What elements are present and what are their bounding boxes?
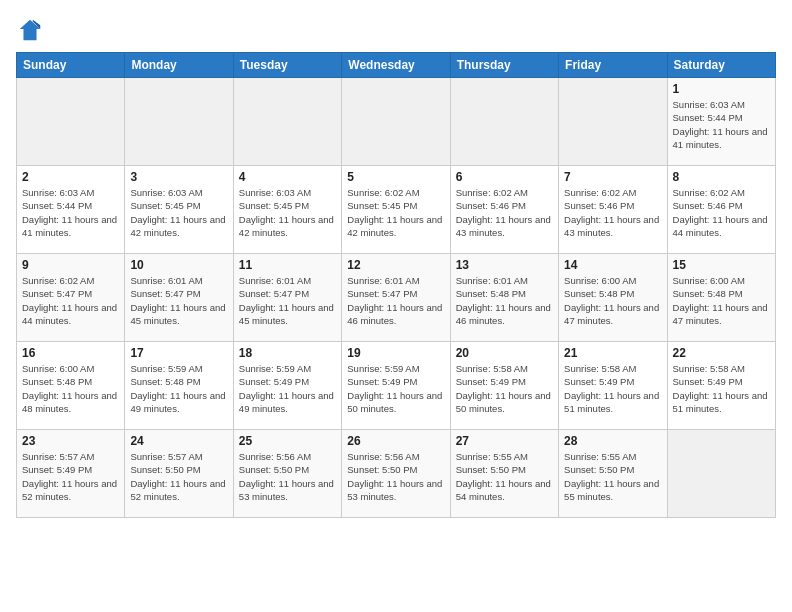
calendar-cell: 19Sunrise: 5:59 AMSunset: 5:49 PMDayligh… (342, 342, 450, 430)
calendar-cell: 3Sunrise: 6:03 AMSunset: 5:45 PMDaylight… (125, 166, 233, 254)
day-number: 7 (564, 170, 661, 184)
logo (16, 16, 48, 44)
day-info: Sunrise: 6:03 AMSunset: 5:45 PMDaylight:… (239, 186, 336, 239)
day-info: Sunrise: 5:55 AMSunset: 5:50 PMDaylight:… (564, 450, 661, 503)
day-number: 22 (673, 346, 770, 360)
calendar-cell: 22Sunrise: 5:58 AMSunset: 5:49 PMDayligh… (667, 342, 775, 430)
day-number: 8 (673, 170, 770, 184)
day-number: 27 (456, 434, 553, 448)
day-number: 24 (130, 434, 227, 448)
calendar-cell: 2Sunrise: 6:03 AMSunset: 5:44 PMDaylight… (17, 166, 125, 254)
day-info: Sunrise: 6:03 AMSunset: 5:44 PMDaylight:… (673, 98, 770, 151)
day-info: Sunrise: 6:01 AMSunset: 5:47 PMDaylight:… (347, 274, 444, 327)
day-info: Sunrise: 5:58 AMSunset: 5:49 PMDaylight:… (673, 362, 770, 415)
logo-icon (16, 16, 44, 44)
calendar-cell: 9Sunrise: 6:02 AMSunset: 5:47 PMDaylight… (17, 254, 125, 342)
weekday-header-saturday: Saturday (667, 53, 775, 78)
calendar-cell: 17Sunrise: 5:59 AMSunset: 5:48 PMDayligh… (125, 342, 233, 430)
calendar-cell: 28Sunrise: 5:55 AMSunset: 5:50 PMDayligh… (559, 430, 667, 518)
calendar-cell: 1Sunrise: 6:03 AMSunset: 5:44 PMDaylight… (667, 78, 775, 166)
day-info: Sunrise: 6:02 AMSunset: 5:47 PMDaylight:… (22, 274, 119, 327)
calendar-cell: 27Sunrise: 5:55 AMSunset: 5:50 PMDayligh… (450, 430, 558, 518)
weekday-header-wednesday: Wednesday (342, 53, 450, 78)
weekday-header-tuesday: Tuesday (233, 53, 341, 78)
day-number: 1 (673, 82, 770, 96)
day-number: 4 (239, 170, 336, 184)
day-info: Sunrise: 5:58 AMSunset: 5:49 PMDaylight:… (456, 362, 553, 415)
day-info: Sunrise: 6:00 AMSunset: 5:48 PMDaylight:… (673, 274, 770, 327)
day-number: 12 (347, 258, 444, 272)
day-number: 6 (456, 170, 553, 184)
day-info: Sunrise: 6:01 AMSunset: 5:48 PMDaylight:… (456, 274, 553, 327)
day-number: 3 (130, 170, 227, 184)
calendar-cell: 11Sunrise: 6:01 AMSunset: 5:47 PMDayligh… (233, 254, 341, 342)
day-number: 25 (239, 434, 336, 448)
day-info: Sunrise: 5:58 AMSunset: 5:49 PMDaylight:… (564, 362, 661, 415)
calendar-cell: 15Sunrise: 6:00 AMSunset: 5:48 PMDayligh… (667, 254, 775, 342)
calendar-cell (667, 430, 775, 518)
calendar-cell: 6Sunrise: 6:02 AMSunset: 5:46 PMDaylight… (450, 166, 558, 254)
calendar-cell: 13Sunrise: 6:01 AMSunset: 5:48 PMDayligh… (450, 254, 558, 342)
day-number: 2 (22, 170, 119, 184)
day-info: Sunrise: 5:57 AMSunset: 5:49 PMDaylight:… (22, 450, 119, 503)
calendar-cell (17, 78, 125, 166)
calendar-cell (559, 78, 667, 166)
day-info: Sunrise: 6:02 AMSunset: 5:46 PMDaylight:… (456, 186, 553, 239)
day-info: Sunrise: 6:02 AMSunset: 5:46 PMDaylight:… (673, 186, 770, 239)
day-number: 23 (22, 434, 119, 448)
weekday-header-thursday: Thursday (450, 53, 558, 78)
day-number: 16 (22, 346, 119, 360)
day-number: 18 (239, 346, 336, 360)
day-info: Sunrise: 6:00 AMSunset: 5:48 PMDaylight:… (564, 274, 661, 327)
page-header (16, 16, 776, 44)
day-info: Sunrise: 6:03 AMSunset: 5:45 PMDaylight:… (130, 186, 227, 239)
day-number: 10 (130, 258, 227, 272)
calendar-cell: 18Sunrise: 5:59 AMSunset: 5:49 PMDayligh… (233, 342, 341, 430)
calendar-header-row: SundayMondayTuesdayWednesdayThursdayFrid… (17, 53, 776, 78)
calendar-week-row: 9Sunrise: 6:02 AMSunset: 5:47 PMDaylight… (17, 254, 776, 342)
day-info: Sunrise: 5:56 AMSunset: 5:50 PMDaylight:… (239, 450, 336, 503)
day-number: 5 (347, 170, 444, 184)
day-number: 13 (456, 258, 553, 272)
calendar-cell: 23Sunrise: 5:57 AMSunset: 5:49 PMDayligh… (17, 430, 125, 518)
day-number: 21 (564, 346, 661, 360)
day-info: Sunrise: 5:59 AMSunset: 5:48 PMDaylight:… (130, 362, 227, 415)
calendar-cell: 26Sunrise: 5:56 AMSunset: 5:50 PMDayligh… (342, 430, 450, 518)
calendar-cell: 21Sunrise: 5:58 AMSunset: 5:49 PMDayligh… (559, 342, 667, 430)
svg-marker-0 (20, 20, 41, 41)
calendar-cell: 7Sunrise: 6:02 AMSunset: 5:46 PMDaylight… (559, 166, 667, 254)
weekday-header-sunday: Sunday (17, 53, 125, 78)
day-number: 26 (347, 434, 444, 448)
day-number: 20 (456, 346, 553, 360)
day-number: 17 (130, 346, 227, 360)
calendar-week-row: 1Sunrise: 6:03 AMSunset: 5:44 PMDaylight… (17, 78, 776, 166)
calendar-cell: 8Sunrise: 6:02 AMSunset: 5:46 PMDaylight… (667, 166, 775, 254)
calendar-week-row: 2Sunrise: 6:03 AMSunset: 5:44 PMDaylight… (17, 166, 776, 254)
calendar-cell (450, 78, 558, 166)
day-info: Sunrise: 5:57 AMSunset: 5:50 PMDaylight:… (130, 450, 227, 503)
day-number: 9 (22, 258, 119, 272)
day-info: Sunrise: 6:03 AMSunset: 5:44 PMDaylight:… (22, 186, 119, 239)
day-number: 28 (564, 434, 661, 448)
day-info: Sunrise: 6:02 AMSunset: 5:45 PMDaylight:… (347, 186, 444, 239)
day-number: 15 (673, 258, 770, 272)
day-info: Sunrise: 6:02 AMSunset: 5:46 PMDaylight:… (564, 186, 661, 239)
calendar-cell: 24Sunrise: 5:57 AMSunset: 5:50 PMDayligh… (125, 430, 233, 518)
calendar-cell: 20Sunrise: 5:58 AMSunset: 5:49 PMDayligh… (450, 342, 558, 430)
calendar-cell (342, 78, 450, 166)
day-info: Sunrise: 5:56 AMSunset: 5:50 PMDaylight:… (347, 450, 444, 503)
day-info: Sunrise: 6:01 AMSunset: 5:47 PMDaylight:… (239, 274, 336, 327)
calendar-week-row: 23Sunrise: 5:57 AMSunset: 5:49 PMDayligh… (17, 430, 776, 518)
calendar-week-row: 16Sunrise: 6:00 AMSunset: 5:48 PMDayligh… (17, 342, 776, 430)
day-info: Sunrise: 5:59 AMSunset: 5:49 PMDaylight:… (347, 362, 444, 415)
day-info: Sunrise: 6:01 AMSunset: 5:47 PMDaylight:… (130, 274, 227, 327)
calendar-cell: 16Sunrise: 6:00 AMSunset: 5:48 PMDayligh… (17, 342, 125, 430)
day-info: Sunrise: 5:59 AMSunset: 5:49 PMDaylight:… (239, 362, 336, 415)
day-info: Sunrise: 6:00 AMSunset: 5:48 PMDaylight:… (22, 362, 119, 415)
day-number: 14 (564, 258, 661, 272)
calendar-cell: 25Sunrise: 5:56 AMSunset: 5:50 PMDayligh… (233, 430, 341, 518)
weekday-header-monday: Monday (125, 53, 233, 78)
day-number: 19 (347, 346, 444, 360)
calendar-cell: 5Sunrise: 6:02 AMSunset: 5:45 PMDaylight… (342, 166, 450, 254)
day-number: 11 (239, 258, 336, 272)
